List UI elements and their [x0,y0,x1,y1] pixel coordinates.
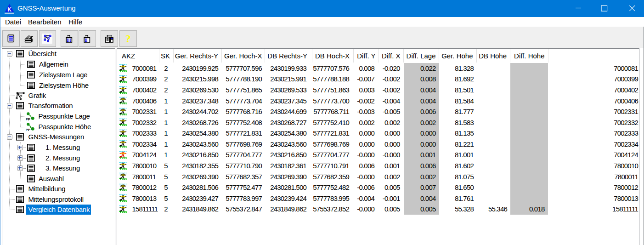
svg-text:PP: PP [26,128,31,131]
svg-text:PP: PP [26,117,31,121]
svg-text:K: K [7,6,11,13]
